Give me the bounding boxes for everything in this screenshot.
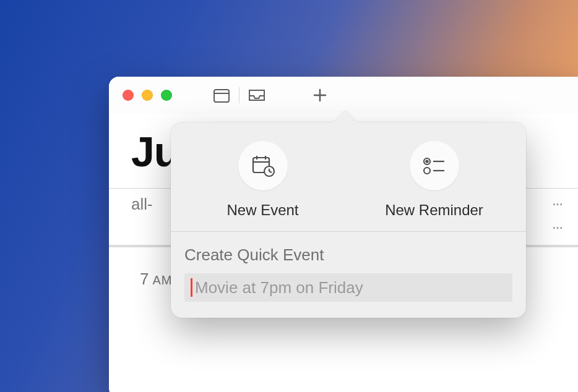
quick-event-placeholder: Movie at 7pm on Friday (195, 278, 363, 297)
plus-icon (313, 88, 327, 103)
svg-point-12 (426, 161, 428, 163)
new-reminder-option[interactable]: New Reminder (348, 141, 520, 219)
popover-options: New Event New Reminder (171, 122, 526, 231)
all-day-right-gutter: … … (542, 189, 578, 245)
zoom-button[interactable] (161, 90, 172, 101)
close-button[interactable] (123, 90, 134, 101)
text-caret (191, 278, 192, 297)
calendars-toggle-button[interactable] (207, 83, 236, 108)
add-button[interactable] (305, 83, 335, 108)
window-controls (123, 90, 172, 101)
popover-quick-section: Create Quick Event Movie at 7pm on Frida… (171, 232, 526, 318)
toolbar (207, 83, 335, 108)
hour-label: 7 (140, 270, 149, 289)
all-day-label: all- (109, 189, 153, 214)
titlebar (109, 77, 578, 114)
add-popover: New Event New Reminder Create Quick Even… (171, 122, 526, 318)
svg-rect-0 (214, 90, 229, 102)
desktop-wallpaper: Ju all- … … 7 AM (0, 0, 578, 392)
ampm-label: AM (152, 273, 172, 288)
quick-event-input[interactable]: Movie at 7pm on Friday (184, 273, 512, 302)
inbox-icon (248, 88, 266, 103)
new-event-label: New Event (226, 202, 298, 219)
overflow-pill[interactable]: … (548, 216, 567, 234)
calendar-clock-icon (251, 154, 275, 177)
overflow-pill[interactable]: … (548, 192, 567, 211)
svg-point-14 (424, 168, 430, 174)
toolbar-divider (239, 87, 239, 103)
new-reminder-label: New Reminder (385, 202, 483, 219)
new-event-option[interactable]: New Event (177, 141, 348, 219)
quick-event-title: Create Quick Event (184, 245, 512, 265)
new-reminder-circle (410, 141, 459, 190)
new-event-circle (238, 141, 288, 190)
inbox-button[interactable] (242, 83, 272, 108)
reminder-list-icon (422, 155, 447, 176)
calendar-icon (213, 87, 230, 103)
minimize-button[interactable] (142, 90, 153, 101)
